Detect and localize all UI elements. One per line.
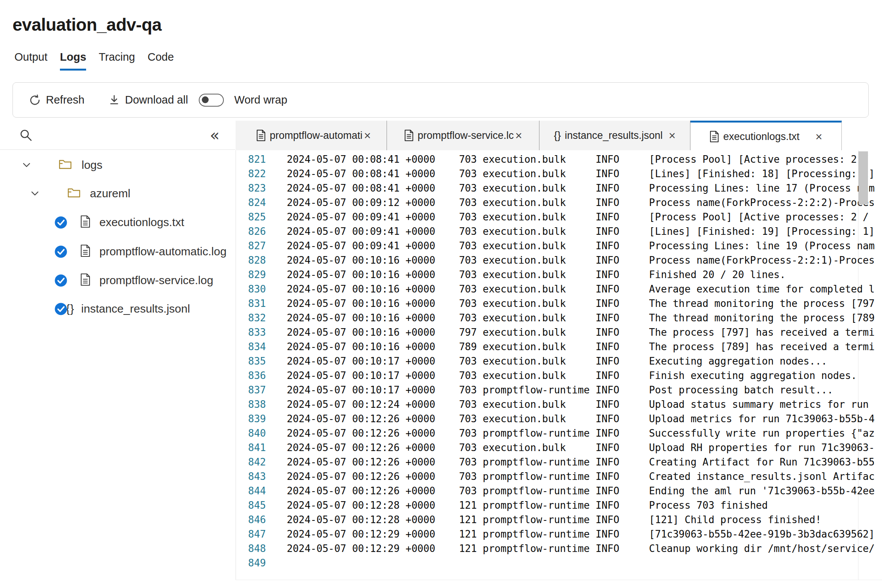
download-icon <box>108 94 120 106</box>
line-number[interactable]: 846 <box>236 513 266 527</box>
log-line: 832 2024-05-07 00:10:16 +0000 703 execut… <box>236 311 882 325</box>
refresh-button[interactable]: Refresh <box>29 94 85 106</box>
filetab-promptflow-automatic[interactable]: promptflow-automati × <box>236 121 387 150</box>
line-text: 2024-05-07 00:10:16 +0000 703 execution.… <box>287 253 875 267</box>
line-number[interactable]: 837 <box>236 383 266 397</box>
checked-circle-icon[interactable] <box>54 274 68 287</box>
line-number[interactable]: 847 <box>236 527 266 541</box>
checked-circle-icon[interactable] <box>54 216 68 229</box>
line-number[interactable]: 824 <box>236 195 266 210</box>
line-number[interactable]: 831 <box>236 296 266 311</box>
log-line: 834 2024-05-07 00:10:16 +0000 789 execut… <box>236 340 882 354</box>
tree-item-azureml[interactable]: azureml <box>30 186 130 201</box>
filetab-executionlogs[interactable]: executionlogs.txt × <box>690 121 842 151</box>
chevron-down-icon[interactable] <box>30 189 39 198</box>
line-number[interactable]: 838 <box>236 397 266 412</box>
tree-item-logs[interactable]: logs <box>22 157 102 173</box>
line-number[interactable]: 841 <box>236 440 266 455</box>
tab-logs[interactable]: Logs <box>60 51 86 71</box>
log-line: 843 2024-05-07 00:12:26 +0000 703 prompt… <box>236 469 882 484</box>
chevron-down-icon[interactable] <box>22 160 31 170</box>
line-text: 2024-05-07 00:12:26 +0000 703 promptflow… <box>287 469 875 484</box>
refresh-icon <box>29 94 41 106</box>
log-line: 835 2024-05-07 00:10:17 +0000 703 execut… <box>236 354 882 368</box>
tab-code[interactable]: Code <box>148 51 174 71</box>
close-icon[interactable]: × <box>669 130 676 141</box>
close-icon[interactable]: × <box>364 130 371 141</box>
document-icon <box>80 215 91 230</box>
log-viewer-page: evaluation_adv-qa Output Logs Tracing Co… <box>0 0 882 588</box>
line-number[interactable]: 843 <box>236 469 266 484</box>
line-text: 2024-05-07 00:12:26 +0000 703 execution.… <box>287 412 875 426</box>
line-number[interactable]: 840 <box>236 426 266 440</box>
tab-tracing[interactable]: Tracing <box>99 51 135 71</box>
line-number[interactable]: 827 <box>236 239 266 253</box>
line-text: 2024-05-07 00:08:41 +0000 703 execution.… <box>287 152 869 167</box>
line-number[interactable]: 844 <box>236 484 266 498</box>
line-text: 2024-05-07 00:12:26 +0000 703 promptflow… <box>287 455 875 469</box>
line-number[interactable]: 825 <box>236 210 266 224</box>
file-label: instance_results.jsonl <box>81 302 190 315</box>
line-number[interactable]: 828 <box>236 253 266 267</box>
log-line: 826 2024-05-07 00:09:41 +0000 703 execut… <box>236 224 882 239</box>
close-icon[interactable]: × <box>515 130 522 141</box>
search-icon <box>19 128 33 143</box>
tree-item-promptflow-automatic[interactable]: promptflow-automatic.log <box>54 244 226 259</box>
file-tabstrip: promptflow-automati × promptflow-service… <box>236 121 882 150</box>
tab-output[interactable]: Output <box>14 51 47 71</box>
document-icon <box>80 244 91 259</box>
toggle-track[interactable] <box>199 94 224 107</box>
log-line: 848 2024-05-07 00:12:29 +0000 121 prompt… <box>236 541 882 556</box>
filetab-label: instance_results.jsonl <box>565 130 663 141</box>
document-icon <box>256 129 266 141</box>
line-number[interactable]: 833 <box>236 325 266 340</box>
collapse-sidebar-button[interactable]: « <box>210 126 220 145</box>
line-text: 2024-05-07 00:08:41 +0000 703 execution.… <box>287 181 875 195</box>
line-text: 2024-05-07 00:12:26 +0000 703 promptflow… <box>287 426 875 440</box>
line-number[interactable]: 823 <box>236 181 266 195</box>
line-number[interactable]: 834 <box>236 340 266 354</box>
line-number[interactable]: 836 <box>236 368 266 383</box>
line-number[interactable]: 848 <box>236 541 266 556</box>
tree-item-executionlogs[interactable]: executionlogs.txt <box>54 214 184 230</box>
log-line: 833 2024-05-07 00:10:16 +0000 797 execut… <box>236 325 882 340</box>
filetab-promptflow-service[interactable]: promptflow-service.lc × <box>387 121 539 150</box>
document-icon <box>80 273 91 288</box>
log-line: 846 2024-05-07 00:12:28 +0000 121 prompt… <box>236 513 882 527</box>
checked-circle-icon[interactable] <box>54 302 68 316</box>
line-number[interactable]: 829 <box>236 267 266 282</box>
line-text: 2024-05-07 00:10:17 +0000 703 execution.… <box>287 354 827 368</box>
line-number[interactable]: 839 <box>236 412 266 426</box>
vertical-scrollbar-thumb[interactable] <box>858 151 868 204</box>
download-all-button[interactable]: Download all <box>108 94 188 106</box>
line-number[interactable]: 826 <box>236 224 266 239</box>
line-number[interactable]: 835 <box>236 354 266 368</box>
line-text: 2024-05-07 00:08:41 +0000 703 execution.… <box>287 167 875 181</box>
nav-tabs: Output Logs Tracing Code <box>14 51 174 71</box>
line-number[interactable]: 845 <box>236 498 266 513</box>
line-number[interactable]: 842 <box>236 455 266 469</box>
page-title: evaluation_adv-qa <box>13 14 162 35</box>
line-text: 2024-05-07 00:10:16 +0000 703 execution.… <box>287 282 875 296</box>
log-line: 839 2024-05-07 00:12:26 +0000 703 execut… <box>236 412 882 426</box>
refresh-label: Refresh <box>46 94 85 106</box>
log-line: 844 2024-05-07 00:12:26 +0000 703 prompt… <box>236 484 882 498</box>
filetab-instance-results[interactable]: {} instance_results.jsonl × <box>539 121 690 150</box>
log-content-panel[interactable]: 821 2024-05-07 00:08:41 +0000 703 execut… <box>236 150 882 580</box>
line-number[interactable]: 821 <box>236 152 266 167</box>
folder-label: logs <box>82 159 102 171</box>
file-label: promptflow-service.log <box>99 274 213 287</box>
checked-circle-icon[interactable] <box>54 245 68 258</box>
line-number[interactable]: 832 <box>236 311 266 325</box>
search-button[interactable] <box>19 128 33 143</box>
line-number[interactable]: 822 <box>236 167 266 181</box>
tree-item-instance-results[interactable]: {} instance_results.jsonl <box>54 301 190 317</box>
log-line: 841 2024-05-07 00:12:26 +0000 703 execut… <box>236 440 882 455</box>
line-text: 2024-05-07 00:09:41 +0000 703 execution.… <box>287 210 869 224</box>
word-wrap-toggle[interactable] <box>199 94 224 107</box>
line-number[interactable]: 849 <box>236 556 266 570</box>
close-icon[interactable]: × <box>816 131 822 143</box>
filetab-label: promptflow-service.lc <box>418 130 514 141</box>
tree-item-promptflow-service[interactable]: promptflow-service.log <box>54 272 213 288</box>
line-number[interactable]: 830 <box>236 282 266 296</box>
